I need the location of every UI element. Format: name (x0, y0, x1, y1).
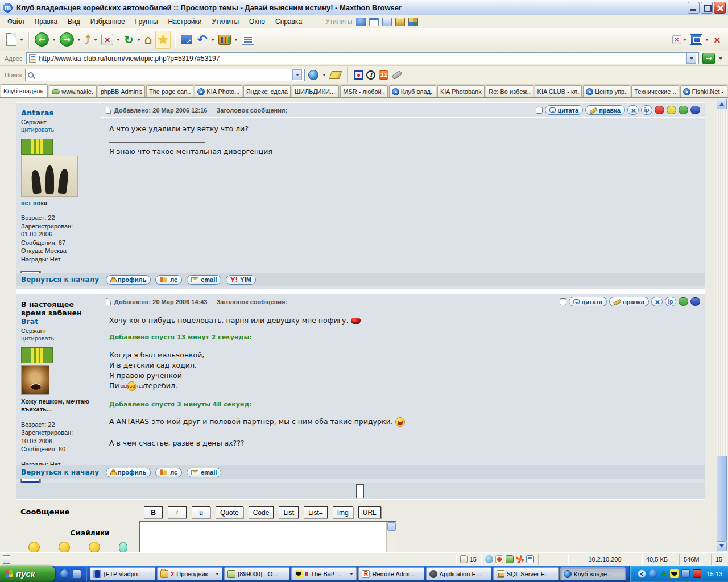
stop-dropdown[interactable] (117, 39, 120, 43)
menu-groups[interactable]: Группы (130, 16, 163, 27)
bbcode-quote-button[interactable]: Quote (216, 506, 243, 518)
delete-post-button[interactable] (627, 105, 639, 115)
task-sql-server[interactable]: SQL Server E... (493, 567, 559, 580)
utility-document-icon[interactable] (382, 18, 392, 26)
tab-re-vo-izbezh[interactable]: Re: Во избеж... (486, 85, 533, 97)
tray-maxthon-icon[interactable] (649, 569, 657, 578)
menu-favorites[interactable]: Избранное (85, 16, 130, 27)
menu-file[interactable]: Файл (2, 16, 30, 27)
smiley-icon[interactable] (59, 542, 70, 552)
tab-phpbb-admin[interactable]: phpBB Adminis... (98, 85, 145, 97)
external-window-button[interactable] (179, 31, 194, 49)
highlight-icon[interactable] (329, 71, 342, 79)
tray-clover-icon[interactable]: ♣ (660, 569, 668, 578)
tab-kia-club-topic[interactable]: Клуб владель... (1, 84, 48, 97)
back-dropdown[interactable] (52, 39, 56, 43)
message-textarea[interactable] (140, 522, 385, 552)
refresh-button[interactable]: ↻ (122, 31, 135, 49)
quote-button[interactable]: цитата (545, 105, 584, 115)
filter-icon[interactable]: f (366, 70, 375, 80)
author-link[interactable]: Brat (21, 317, 38, 326)
bbcode-list-button[interactable]: List (279, 506, 299, 518)
flash-blocker-icon[interactable] (516, 555, 524, 563)
email-button[interactable]: email (187, 468, 221, 477)
email-button[interactable]: email (187, 275, 221, 285)
page-scrollbar[interactable] (717, 98, 727, 552)
close-button[interactable] (714, 2, 726, 14)
tray-network-icon[interactable] (681, 569, 690, 578)
tray-firewall-icon[interactable] (693, 569, 701, 578)
utility-person-icon[interactable] (356, 18, 366, 26)
menu-window[interactable]: Окно (244, 16, 270, 27)
back-to-top-link[interactable]: Вернуться к началу (21, 468, 99, 476)
quicklaunch-app-icon[interactable] (72, 569, 81, 579)
trash-icon[interactable] (460, 556, 468, 563)
form-fill-icon[interactable] (354, 70, 363, 80)
status-dot-blue[interactable] (690, 106, 700, 114)
bbcode-bold-button[interactable]: B (144, 506, 163, 518)
menu-view[interactable]: Вид (63, 16, 85, 27)
tab-technical[interactable]: Технические ... (631, 85, 679, 97)
back-button[interactable]: ← (33, 31, 51, 49)
popup-blocker-icon[interactable] (495, 555, 503, 563)
close-all-button[interactable]: × (711, 34, 723, 45)
window-list-button[interactable] (689, 31, 704, 49)
external-status-icon[interactable] (526, 555, 534, 563)
delete-post-button[interactable] (651, 297, 663, 306)
tab-nakleykin[interactable]: www.nakle... (49, 85, 96, 97)
quote-service-icon[interactable]: 11 (379, 70, 388, 80)
tools-button[interactable] (217, 31, 233, 49)
close-tab-button[interactable]: × (672, 35, 681, 44)
select-post-checkbox[interactable] (560, 298, 566, 305)
menu-edit[interactable]: Правка (30, 16, 63, 27)
refresh-dropdown[interactable] (137, 39, 140, 43)
task-thebat-group[interactable]: 6The Bat! ... (291, 567, 357, 580)
tab-page-cannot[interactable]: The page can... (146, 85, 193, 97)
window-list-dropdown[interactable] (705, 39, 709, 43)
scroll-up-icon[interactable] (387, 522, 396, 531)
refresh-status-icon[interactable] (506, 555, 514, 563)
undo-dropdown[interactable] (211, 39, 214, 43)
proxy-icon[interactable] (485, 555, 493, 563)
edit-button[interactable]: правка (609, 297, 649, 306)
quicklaunch-maxthon-icon[interactable] (60, 569, 69, 579)
forward-dropdown[interactable] (77, 39, 81, 43)
smiley-icon[interactable] (89, 542, 100, 552)
bbcode-underline-button[interactable]: u (192, 506, 210, 518)
search-engine-icon[interactable] (308, 70, 318, 80)
textarea-scrollbar[interactable] (386, 522, 396, 552)
tab-kia-club-3[interactable]: KIA CLUB - кл... (535, 85, 582, 97)
profile-button[interactable]: профиль (106, 275, 151, 285)
bbcode-img-button[interactable]: Img (333, 506, 353, 518)
status-dot-blue[interactable] (690, 297, 700, 306)
task-ftp-far[interactable]: {FTP:vladpo... (90, 567, 155, 580)
author-link[interactable]: Antaras (21, 109, 96, 117)
undo-button[interactable]: ↶ (195, 31, 209, 49)
status-dot-red[interactable] (655, 106, 664, 114)
utility-market-icon[interactable] (408, 18, 418, 26)
menu-options[interactable]: Настройки (163, 16, 207, 27)
stop-button[interactable]: × (100, 31, 115, 49)
status-dot-green[interactable] (679, 106, 688, 114)
edit-button[interactable]: правка (585, 105, 625, 115)
bbcode-ordered-list-button[interactable]: List= (304, 506, 328, 518)
tab-control-center[interactable]: Центр упр... (583, 85, 630, 97)
private-message-button[interactable]: лс (155, 275, 182, 285)
tab-yandex[interactable]: Яндекс: сдела... (243, 85, 291, 97)
menu-help[interactable]: Справка (270, 16, 307, 27)
up-dropdown[interactable] (94, 39, 97, 43)
tray-collapse-icon[interactable] (638, 569, 646, 578)
go-dropdown[interactable] (719, 57, 722, 61)
yim-button[interactable]: Y!YIM (226, 275, 256, 285)
tab-msr[interactable]: MSR - любой ... (340, 85, 387, 97)
task-explorer-group[interactable]: 2Проводник (157, 567, 222, 580)
back-to-top-link[interactable]: Вернуться к началу (21, 276, 99, 284)
forward-button[interactable]: → (58, 31, 76, 49)
address-input[interactable] (39, 55, 684, 63)
tab-kia-photo[interactable]: KIA Photo... (195, 85, 242, 97)
utility-window-icon[interactable] (369, 18, 379, 26)
search-engine-dropdown[interactable] (322, 74, 326, 78)
utility-pen-icon[interactable] (395, 18, 405, 26)
scroll-up-button[interactable] (717, 99, 727, 109)
small-input-box[interactable] (356, 484, 364, 498)
